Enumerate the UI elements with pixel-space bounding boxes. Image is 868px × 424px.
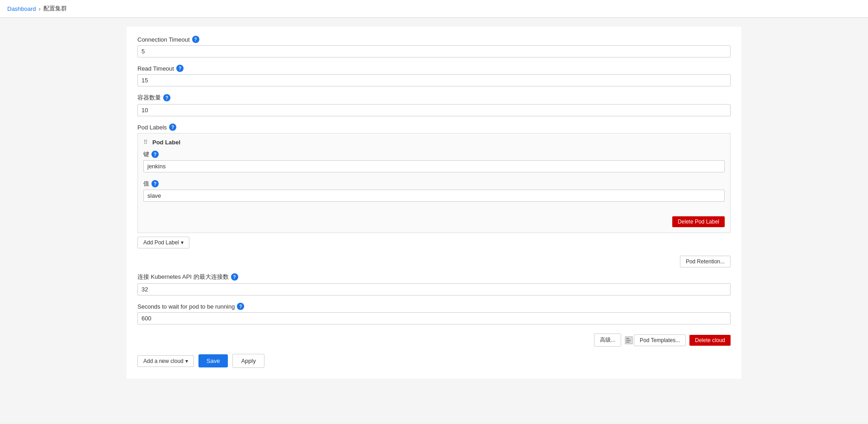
add-pod-label-dropdown-icon: ▾ [181,239,184,246]
connection-timeout-label: Connection Timeout ? [137,36,731,43]
pod-templates-button[interactable]: Pod Templates... [634,334,686,346]
pod-label-key-text: 键 [143,150,149,158]
delete-pod-label-button[interactable]: Delete Pod Label [672,216,725,227]
advanced-button[interactable]: 高级... [594,333,621,347]
pod-label-value-label: 值 ? [143,180,725,188]
max-connections-text: 连接 Kubernetes API 的最大连接数 [137,273,229,281]
seconds-wait-label: Seconds to wait for pod to be running ? [137,303,731,310]
pod-label-value-input[interactable] [143,190,725,202]
pod-label-value-text: 值 [143,180,149,188]
seconds-wait-input[interactable] [137,312,731,324]
add-new-cloud-button[interactable]: Add a new cloud ▾ [137,355,194,367]
save-button[interactable]: Save [198,354,228,367]
pod-labels-section: Pod Labels ? ⠿ Pod Label 键 ? 值 [137,124,731,248]
max-connections-group: 连接 Kubernetes API 的最大连接数 ? [137,273,731,295]
connection-timeout-text: Connection Timeout [137,36,190,43]
container-count-text: 容器数量 [137,94,161,102]
pod-label-value-help-icon[interactable]: ? [151,180,159,187]
connection-timeout-group: Connection Timeout ? [137,36,731,57]
container-count-input[interactable] [137,104,731,116]
pod-label-key-help-icon[interactable]: ? [151,151,159,158]
container-count-group: 容器数量 ? [137,94,731,116]
add-pod-label-btn-text: Add Pod Label [143,239,179,246]
pod-retention-button[interactable]: Pod Retention... [680,256,731,267]
add-new-cloud-btn-text: Add a new cloud [143,358,184,364]
max-connections-help-icon[interactable]: ? [231,273,238,281]
pod-labels-text: Pod Labels [137,124,167,131]
pod-label-title-text: Pod Label [152,139,180,146]
pod-label-block: ⠿ Pod Label 键 ? 值 ? [137,133,731,233]
delete-cloud-button[interactable]: Delete cloud [689,335,731,346]
max-connections-input[interactable] [137,283,731,295]
container-count-label: 容器数量 ? [137,94,731,102]
read-timeout-label: Read Timeout ? [137,65,731,72]
pod-label-value-group: 值 ? [143,180,725,220]
add-new-cloud-dropdown-icon: ▾ [185,358,188,364]
max-connections-label: 连接 Kubernetes API 的最大连接数 ? [137,273,731,281]
breadcrumb: Dashboard › 配置集群 [0,0,868,18]
breadcrumb-separator: › [39,5,41,12]
read-timeout-group: Read Timeout ? [137,65,731,86]
pod-label-key-input[interactable] [143,160,725,172]
read-timeout-input[interactable] [137,74,731,86]
breadcrumb-dashboard[interactable]: Dashboard [7,5,36,12]
read-timeout-help-icon[interactable]: ? [176,65,184,72]
svg-rect-2 [626,340,631,341]
pod-labels-help-icon[interactable]: ? [169,124,176,131]
connection-timeout-input[interactable] [137,45,731,57]
pod-retention-row: Pod Retention... [137,256,731,267]
pod-label-title: ⠿ Pod Label [143,139,725,146]
svg-rect-1 [626,338,629,339]
footer-actions: Add a new cloud ▾ Save Apply [137,354,731,368]
pod-labels-label: Pod Labels ? [137,124,731,131]
read-timeout-text: Read Timeout [137,65,174,72]
bottom-action-row: 高级... Pod Templates... Delete cloud [137,333,731,347]
connection-timeout-help-icon[interactable]: ? [192,36,199,43]
svg-rect-3 [626,342,630,343]
seconds-wait-help-icon[interactable]: ? [237,303,244,310]
pod-label-key-group: 键 ? [143,150,725,172]
apply-button[interactable]: Apply [232,354,264,368]
container-count-help-icon[interactable]: ? [163,94,170,101]
seconds-wait-group: Seconds to wait for pod to be running ? [137,303,731,324]
drag-handle-icon[interactable]: ⠿ [143,139,148,146]
breadcrumb-current: 配置集群 [43,5,67,13]
pod-label-key-label: 键 ? [143,150,725,158]
add-pod-label-button[interactable]: Add Pod Label ▾ [137,237,189,248]
seconds-wait-text: Seconds to wait for pod to be running [137,303,235,310]
pod-templates-icon [625,336,633,344]
